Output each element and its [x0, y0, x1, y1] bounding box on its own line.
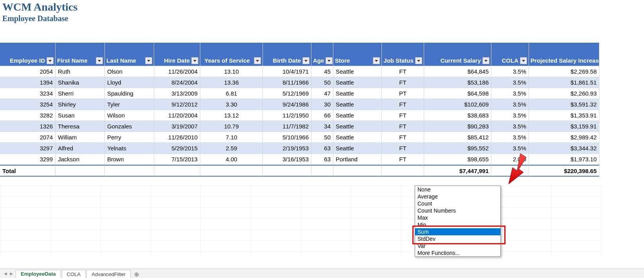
- total-empty-cell[interactable]: [56, 165, 105, 177]
- column-header[interactable]: Birth Date: [263, 43, 311, 66]
- table-cell[interactable]: 3282: [0, 110, 56, 121]
- total-empty-cell[interactable]: [200, 165, 263, 177]
- table-cell[interactable]: $38,683: [424, 110, 491, 121]
- table-cell[interactable]: 3/16/1953: [263, 154, 311, 165]
- table-cell[interactable]: $3,591.32: [529, 99, 599, 110]
- table-cell[interactable]: Seattle: [333, 88, 382, 99]
- table-cell[interactable]: Spaulding: [105, 88, 154, 99]
- total-empty-cell[interactable]: [382, 165, 424, 177]
- total-empty-cell[interactable]: [491, 165, 529, 177]
- filter-dropdown-icon[interactable]: [302, 57, 309, 64]
- column-header[interactable]: COLA: [491, 43, 529, 66]
- table-cell[interactable]: 11/20/2004: [154, 110, 200, 121]
- table-cell[interactable]: Jackson: [56, 154, 105, 165]
- table-cell[interactable]: FT: [382, 66, 424, 77]
- total-label[interactable]: Total: [0, 165, 56, 177]
- table-cell[interactable]: 11/26/2010: [154, 132, 200, 143]
- table-cell[interactable]: Theresa: [56, 121, 105, 132]
- table-cell[interactable]: 66: [311, 110, 333, 121]
- table-cell[interactable]: 5/10/1966: [263, 132, 311, 143]
- table-cell[interactable]: Lloyd: [105, 77, 154, 88]
- column-header[interactable]: Projected Salary Increase: [529, 43, 599, 66]
- table-cell[interactable]: Seattle: [333, 77, 382, 88]
- column-header[interactable]: Hire Date: [154, 43, 200, 66]
- table-cell[interactable]: 3.5%: [491, 88, 529, 99]
- table-cell[interactable]: $64,598: [424, 88, 491, 99]
- table-cell[interactable]: 9/24/1986: [263, 99, 311, 110]
- column-header[interactable]: Job Status: [382, 43, 424, 66]
- column-header[interactable]: Years of Service: [200, 43, 263, 66]
- table-cell[interactable]: 5/12/1969: [263, 88, 311, 99]
- filter-dropdown-icon[interactable]: [520, 57, 527, 64]
- total-empty-cell[interactable]: [105, 165, 154, 177]
- table-cell[interactable]: $53,186: [424, 77, 491, 88]
- table-cell[interactable]: 3297: [0, 143, 56, 154]
- filter-dropdown-icon[interactable]: [415, 57, 422, 64]
- table-cell[interactable]: 50: [311, 77, 333, 88]
- total-empty-cell[interactable]: [311, 165, 333, 177]
- table-cell[interactable]: Seattle: [333, 66, 382, 77]
- filter-dropdown-icon[interactable]: [47, 57, 54, 64]
- column-header[interactable]: Last Name: [105, 43, 154, 66]
- table-cell[interactable]: $2,260.93: [529, 88, 599, 99]
- table-cell[interactable]: 1326: [0, 121, 56, 132]
- table-cell[interactable]: 7.10: [200, 132, 263, 143]
- table-cell[interactable]: 3.5%: [491, 77, 529, 88]
- column-header[interactable]: Employee ID: [0, 43, 56, 66]
- table-cell[interactable]: FT: [382, 99, 424, 110]
- table-cell[interactable]: 2054: [0, 66, 56, 77]
- table-cell[interactable]: 50: [311, 132, 333, 143]
- table-cell[interactable]: Yelnats: [105, 143, 154, 154]
- table-cell[interactable]: 11/2/1950: [263, 110, 311, 121]
- table-cell[interactable]: Seattle: [333, 121, 382, 132]
- filter-dropdown-icon[interactable]: [373, 57, 380, 64]
- table-cell[interactable]: $1,861.51: [529, 77, 599, 88]
- table-cell[interactable]: Sherri: [56, 88, 105, 99]
- table-cell[interactable]: 34: [311, 121, 333, 132]
- table-cell[interactable]: Olson: [105, 66, 154, 77]
- total-projected-increase[interactable]: $220,398.65: [529, 165, 599, 177]
- table-cell[interactable]: 10.79: [200, 121, 263, 132]
- table-cell[interactable]: Wilson: [105, 110, 154, 121]
- table-cell[interactable]: 3.5%: [491, 66, 529, 77]
- table-cell[interactable]: 7/15/2013: [154, 154, 200, 165]
- table-cell[interactable]: 13.12: [200, 110, 263, 121]
- table-cell[interactable]: Gonzales: [105, 121, 154, 132]
- table-cell[interactable]: Shirley: [56, 99, 105, 110]
- total-empty-cell[interactable]: [333, 165, 382, 177]
- column-header[interactable]: Age: [311, 43, 333, 66]
- table-cell[interactable]: $2,989.42: [529, 132, 599, 143]
- table-cell[interactable]: Seattle: [333, 143, 382, 154]
- table-cell[interactable]: 3.5%: [491, 143, 529, 154]
- table-cell[interactable]: 3.5%: [491, 99, 529, 110]
- table-cell[interactable]: Portland: [333, 154, 382, 165]
- filter-dropdown-icon[interactable]: [482, 57, 489, 64]
- table-cell[interactable]: 47: [311, 88, 333, 99]
- table-cell[interactable]: $1,353.91: [529, 110, 599, 121]
- table-cell[interactable]: 6.81: [200, 88, 263, 99]
- table-cell[interactable]: FT: [382, 121, 424, 132]
- table-cell[interactable]: 9/12/2012: [154, 99, 200, 110]
- table-cell[interactable]: 3.5%: [491, 121, 529, 132]
- table-cell[interactable]: $2,269.58: [529, 66, 599, 77]
- table-cell[interactable]: 30: [311, 99, 333, 110]
- table-cell[interactable]: Perry: [105, 132, 154, 143]
- table-cell[interactable]: 45: [311, 66, 333, 77]
- table-cell[interactable]: 10/4/1971: [263, 66, 311, 77]
- table-cell[interactable]: $90,283: [424, 121, 491, 132]
- table-cell[interactable]: $85,412: [424, 132, 491, 143]
- table-cell[interactable]: 8/24/2004: [154, 77, 200, 88]
- table-cell[interactable]: FT: [382, 132, 424, 143]
- filter-dropdown-icon[interactable]: [96, 57, 103, 64]
- table-cell[interactable]: Brown: [105, 154, 154, 165]
- total-empty-cell[interactable]: [263, 165, 311, 177]
- table-cell[interactable]: Seattle: [333, 110, 382, 121]
- table-cell[interactable]: 8/11/1966: [263, 77, 311, 88]
- column-header[interactable]: Current Salary: [424, 43, 491, 66]
- total-empty-cell[interactable]: [154, 165, 200, 177]
- table-cell[interactable]: 2074: [0, 132, 56, 143]
- table-cell[interactable]: William: [56, 132, 105, 143]
- table-cell[interactable]: 3.5%: [491, 132, 529, 143]
- table-cell[interactable]: 1394: [0, 77, 56, 88]
- table-cell[interactable]: 11/7/1982: [263, 121, 311, 132]
